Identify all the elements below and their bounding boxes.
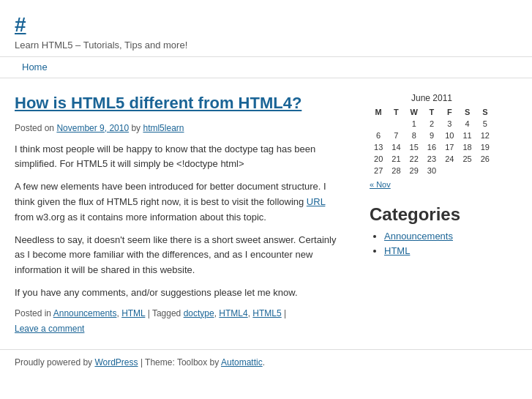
calendar-row: 13141516171819 xyxy=(370,141,494,153)
post-author-link[interactable]: html5learn xyxy=(143,123,184,133)
category-item-html: HTML xyxy=(384,245,494,257)
calendar-cell: 17 xyxy=(441,141,458,153)
categories-title: Categories xyxy=(370,204,494,225)
calendar-header-row: M T W T F S S xyxy=(370,106,494,118)
calendar-cell: 1 xyxy=(405,118,423,130)
calendar-cell xyxy=(476,165,494,176)
calendar-prev-link[interactable]: « Nov xyxy=(370,180,391,189)
posted-in-label: Posted in xyxy=(15,308,53,318)
calendar-row: 12345 xyxy=(370,118,494,130)
calendar-cell: 30 xyxy=(423,165,441,176)
calendar-cell: 15 xyxy=(405,141,423,153)
main-content: How is HTML5 different from HTML4? Poste… xyxy=(0,78,359,349)
cal-th-t2: T xyxy=(423,106,441,118)
site-title: # xyxy=(15,13,517,37)
calendar-cell: 13 xyxy=(370,141,387,153)
wordpress-link[interactable]: WordPress xyxy=(94,357,138,368)
site-title-link[interactable]: # xyxy=(15,13,26,36)
calendar-row: 27282930 xyxy=(370,165,494,176)
calendar-prev-next: « Nov xyxy=(370,179,494,190)
cal-th-s1: S xyxy=(458,106,476,118)
calendar-cell: 3 xyxy=(441,118,458,130)
w3-url-link[interactable]: URL xyxy=(307,196,326,207)
footer-text-end: . xyxy=(263,357,265,368)
post-paragraph-4: If you have any comments, and/or suggest… xyxy=(15,286,344,301)
post-title-link[interactable]: How is HTML5 different from HTML4? xyxy=(15,94,301,112)
calendar-row: 20212223242526 xyxy=(370,153,494,165)
post-date-link[interactable]: November 9, 2010 xyxy=(56,123,129,133)
calendar-cell xyxy=(387,118,405,130)
post: How is HTML5 different from HTML4? Poste… xyxy=(15,93,344,335)
calendar-cell xyxy=(441,165,458,176)
category-link-announcements[interactable]: Announcements xyxy=(384,231,453,242)
category-announcements[interactable]: Announcements xyxy=(53,308,117,318)
cal-th-f: F xyxy=(441,106,458,118)
calendar-cell: 22 xyxy=(405,153,423,165)
calendar-cell: 2 xyxy=(423,118,441,130)
calendar-cell xyxy=(370,118,387,130)
leave-comment: Leave a comment xyxy=(15,323,344,335)
post-paragraph-1: I think most people will be happy to kno… xyxy=(15,142,344,173)
calendar-cell: 6 xyxy=(370,130,387,141)
calendar-cell: 9 xyxy=(423,130,441,141)
calendar-cell: 29 xyxy=(405,165,423,176)
calendar-widget: June 2011 M T W T F S S xyxy=(370,93,494,190)
automattic-link[interactable]: Automattic xyxy=(221,357,263,368)
calendar-cell: 28 xyxy=(387,165,405,176)
post-meta: Posted on November 9, 2010 by html5learn xyxy=(15,123,344,133)
calendar-cell: 21 xyxy=(387,153,405,165)
footer-text-middle: | Theme: Toolbox by xyxy=(138,357,221,368)
category-html[interactable]: HTML xyxy=(121,308,145,318)
calendar-cell: 19 xyxy=(476,141,494,153)
calendar-cell: 27 xyxy=(370,165,387,176)
site-footer: Proudly powered by WordPress | Theme: To… xyxy=(0,349,532,375)
calendar-cell: 24 xyxy=(441,153,458,165)
leave-comment-link[interactable]: Leave a comment xyxy=(15,324,84,334)
post-paragraph-3: Needless to say, it doesn't seem like th… xyxy=(15,233,344,278)
calendar-row: 6789101112 xyxy=(370,130,494,141)
by-prefix: by xyxy=(129,123,143,133)
post-paragraph-2: A few new elements have been introduced … xyxy=(15,179,344,225)
cal-th-s2: S xyxy=(476,106,494,118)
calendar-cell: 14 xyxy=(387,141,405,153)
calendar-cell: 26 xyxy=(476,153,494,165)
calendar-cell: 8 xyxy=(405,130,423,141)
calendar-cell: 12 xyxy=(476,130,494,141)
posted-on-prefix: Posted on xyxy=(15,123,56,133)
calendar-cell: 4 xyxy=(458,118,476,130)
category-link-html[interactable]: HTML xyxy=(384,245,410,256)
calendar-cell: 23 xyxy=(423,153,441,165)
categories-widget: Categories Announcements HTML xyxy=(370,204,494,257)
calendar-cell: 18 xyxy=(458,141,476,153)
post-body: I think most people will be happy to kno… xyxy=(15,142,344,301)
footer-text-before: Proudly powered by xyxy=(15,357,94,368)
calendar-cell: 11 xyxy=(458,130,476,141)
category-item-announcements: Announcements xyxy=(384,231,494,242)
cal-th-m: M xyxy=(370,106,387,118)
tag-html4[interactable]: HTML4 xyxy=(219,308,247,318)
post-title: How is HTML5 different from HTML4? xyxy=(15,93,344,114)
nav-home[interactable]: Home xyxy=(22,61,48,72)
main-nav: Home xyxy=(0,57,532,78)
calendar-cell: 7 xyxy=(387,130,405,141)
site-description: Learn HTML5 – Tutorials, Tips and more! xyxy=(15,40,517,51)
categories-list: Announcements HTML xyxy=(370,231,494,257)
tag-html5[interactable]: HTML5 xyxy=(252,308,281,318)
post-footer: Posted in Announcements, HTML | Tagged d… xyxy=(15,308,344,318)
cal-th-w: W xyxy=(405,106,423,118)
calendar-cell: 10 xyxy=(441,130,458,141)
calendar-cell: 16 xyxy=(423,141,441,153)
calendar-cell: 5 xyxy=(476,118,494,130)
calendar-table: M T W T F S S 12345678910111213141516171… xyxy=(370,106,494,176)
sidebar: June 2011 M T W T F S S xyxy=(359,78,505,349)
calendar-cell: 20 xyxy=(370,153,387,165)
calendar-title: June 2011 xyxy=(370,93,494,103)
tag-doctype[interactable]: doctype xyxy=(184,308,214,318)
calendar-cell: 25 xyxy=(458,153,476,165)
calendar-body: 1234567891011121314151617181920212223242… xyxy=(370,118,494,176)
cal-th-t1: T xyxy=(387,106,405,118)
calendar-cell xyxy=(458,165,476,176)
